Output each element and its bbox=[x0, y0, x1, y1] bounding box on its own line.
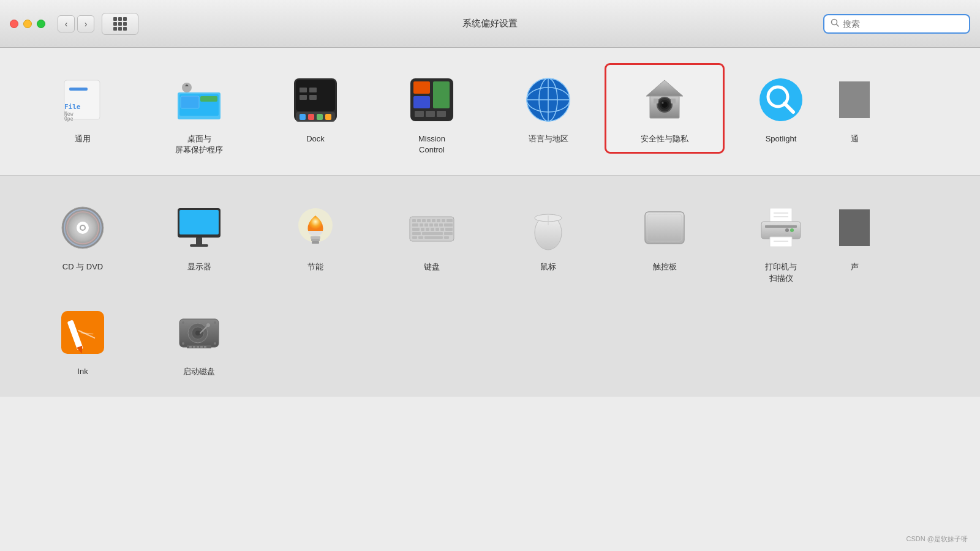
svg-rect-65 bbox=[312, 241, 319, 244]
pref-item-general[interactable]: File New Ope 通用 bbox=[24, 65, 141, 152]
svg-rect-84 bbox=[426, 228, 429, 231]
svg-rect-18 bbox=[317, 114, 323, 120]
general-label: 通用 bbox=[75, 133, 91, 144]
desktop-label: 桌面与屏幕保护程序 bbox=[175, 133, 223, 156]
svg-rect-12 bbox=[200, 96, 217, 102]
svg-rect-86 bbox=[435, 228, 439, 231]
desktop-icon bbox=[172, 72, 227, 127]
pref-item-language[interactable]: 语言与地区 bbox=[490, 65, 606, 152]
svg-rect-59 bbox=[181, 211, 217, 233]
svg-rect-64 bbox=[311, 239, 320, 241]
svg-point-106 bbox=[790, 228, 794, 232]
sound-partial-icon bbox=[839, 200, 870, 255]
maximize-button[interactable] bbox=[37, 20, 45, 28]
svg-rect-69 bbox=[422, 219, 426, 222]
svg-rect-95 bbox=[444, 236, 449, 239]
svg-text:File: File bbox=[64, 103, 81, 111]
svg-rect-82 bbox=[412, 228, 420, 231]
partial-icon bbox=[839, 72, 870, 127]
pref-item-desktop[interactable]: 桌面与屏幕保护程序 bbox=[141, 65, 257, 163]
pref-item-sound-partial[interactable]: 声 bbox=[839, 193, 870, 280]
minimize-button[interactable] bbox=[23, 20, 32, 28]
forward-button[interactable]: › bbox=[77, 15, 94, 32]
startup-label: 启动磁盘 bbox=[183, 366, 215, 377]
svg-rect-49 bbox=[839, 81, 870, 118]
back-button[interactable]: ‹ bbox=[58, 15, 75, 32]
svg-rect-78 bbox=[429, 223, 433, 227]
close-button[interactable] bbox=[10, 20, 18, 28]
language-icon bbox=[521, 72, 576, 127]
cd-icon bbox=[55, 200, 110, 255]
svg-rect-63 bbox=[311, 236, 320, 239]
svg-rect-105 bbox=[765, 225, 797, 228]
svg-rect-20 bbox=[300, 88, 307, 92]
energy-icon bbox=[288, 200, 343, 255]
svg-rect-79 bbox=[434, 223, 438, 227]
svg-rect-99 bbox=[645, 212, 684, 244]
svg-point-54 bbox=[81, 226, 85, 230]
svg-rect-93 bbox=[418, 236, 423, 239]
sound-partial-label: 声 bbox=[851, 261, 859, 272]
pref-item-display[interactable]: 显示器 bbox=[141, 193, 257, 280]
pref-item-dock[interactable]: Dock bbox=[257, 65, 374, 152]
search-input[interactable] bbox=[843, 19, 963, 29]
svg-rect-61 bbox=[190, 244, 208, 247]
svg-rect-30 bbox=[437, 111, 446, 117]
svg-rect-110 bbox=[839, 209, 870, 246]
pref-item-trackpad[interactable]: 触控板 bbox=[606, 193, 723, 280]
pref-item-cd[interactable]: CD 与 DVD bbox=[24, 193, 141, 280]
pref-item-security[interactable]: 安全性与隐私 bbox=[606, 65, 723, 152]
keyboard-icon bbox=[404, 200, 459, 255]
svg-rect-101 bbox=[770, 208, 792, 223]
energy-label: 节能 bbox=[307, 261, 323, 272]
svg-text:Ope: Ope bbox=[64, 116, 74, 122]
svg-rect-67 bbox=[412, 219, 416, 222]
pref-item-printer[interactable]: 打印机与扫描仪 bbox=[723, 193, 839, 291]
security-label: 安全性与隐私 bbox=[641, 133, 688, 144]
svg-rect-70 bbox=[427, 219, 431, 222]
cd-label: CD 与 DVD bbox=[62, 261, 103, 272]
mouse-icon bbox=[521, 200, 576, 255]
section-bottom: CD 与 DVD 显示器 bbox=[0, 176, 980, 397]
display-icon bbox=[172, 200, 227, 255]
svg-rect-128 bbox=[193, 346, 195, 348]
svg-rect-45 bbox=[671, 99, 676, 103]
pref-item-keyboard[interactable]: 键盘 bbox=[374, 193, 490, 280]
svg-rect-129 bbox=[197, 346, 199, 348]
pref-item-partial-right[interactable]: 通 bbox=[839, 65, 870, 152]
grid-view-button[interactable] bbox=[102, 13, 138, 35]
svg-rect-83 bbox=[421, 228, 424, 231]
pref-item-ink[interactable]: Ink bbox=[24, 298, 141, 384]
svg-point-121 bbox=[206, 323, 210, 327]
svg-rect-21 bbox=[309, 88, 317, 92]
security-icon bbox=[637, 72, 692, 127]
svg-line-1 bbox=[837, 24, 839, 27]
titlebar: ‹ › 系统偏好设置 bbox=[0, 0, 980, 48]
svg-point-119 bbox=[195, 331, 200, 335]
svg-rect-25 bbox=[413, 81, 430, 94]
pref-item-energy[interactable]: 节能 bbox=[257, 193, 374, 280]
pref-item-mouse[interactable]: 鼠标 bbox=[490, 193, 606, 280]
svg-rect-85 bbox=[431, 228, 434, 231]
mouse-label: 鼠标 bbox=[540, 261, 556, 272]
svg-rect-72 bbox=[437, 219, 440, 222]
svg-rect-22 bbox=[300, 95, 307, 100]
svg-rect-10 bbox=[181, 96, 199, 108]
watermark: CSDN @是软妹子呀 bbox=[907, 534, 968, 544]
pref-item-mission[interactable]: MissionControl bbox=[374, 65, 490, 163]
row3: Ink bbox=[24, 298, 956, 384]
search-box[interactable] bbox=[823, 14, 970, 34]
dock-label: Dock bbox=[306, 133, 325, 144]
dock-icon bbox=[288, 72, 343, 127]
trackpad-label: 触控板 bbox=[653, 261, 677, 272]
pref-item-spotlight[interactable]: Spotlight bbox=[723, 65, 839, 152]
spotlight-label: Spotlight bbox=[766, 133, 797, 144]
keyboard-label: 键盘 bbox=[424, 261, 440, 272]
svg-rect-94 bbox=[424, 236, 443, 239]
svg-rect-60 bbox=[196, 238, 202, 245]
svg-rect-104 bbox=[761, 222, 801, 239]
spotlight-icon bbox=[753, 72, 809, 127]
svg-rect-26 bbox=[413, 96, 430, 108]
general-icon: File New Ope bbox=[55, 72, 110, 127]
pref-item-startup[interactable]: 启动磁盘 bbox=[141, 298, 257, 384]
